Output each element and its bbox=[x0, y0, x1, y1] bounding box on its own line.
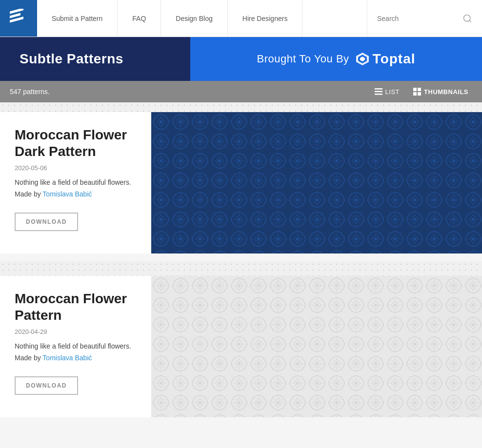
svg-rect-10 bbox=[375, 94, 382, 95]
pattern-count: 547 patterns. bbox=[10, 88, 50, 96]
svg-rect-14 bbox=[418, 92, 421, 96]
hero-left: Subtle Patterns bbox=[0, 37, 190, 81]
thumbnails-icon bbox=[413, 88, 421, 96]
navigation: Submit a Pattern FAQ Design Blog Hire De… bbox=[0, 0, 482, 37]
svg-rect-11 bbox=[413, 88, 417, 91]
pattern-svg-dark bbox=[151, 112, 482, 253]
list-icon bbox=[375, 88, 382, 96]
pattern-author-2: Made by Tomislava Babić bbox=[15, 354, 137, 362]
logo[interactable] bbox=[0, 0, 37, 37]
nav-blog[interactable]: Design Blog bbox=[161, 0, 228, 37]
pattern-svg-light: 技攻兔 bbox=[151, 276, 482, 417]
download-button-2[interactable]: DOWNLOAD bbox=[15, 376, 78, 395]
author-link-1[interactable]: Tomislava Babić bbox=[42, 190, 92, 198]
svg-rect-9 bbox=[375, 91, 382, 93]
search-icon bbox=[462, 14, 472, 23]
list-label: LIST bbox=[385, 88, 400, 96]
pattern-desc-1: Nothing like a field of beautiful flower… bbox=[15, 178, 137, 186]
pattern-author-1: Made by Tomislava Babić bbox=[15, 190, 137, 198]
pattern-date-2: 2020-04-29 bbox=[15, 328, 137, 335]
svg-point-3 bbox=[464, 15, 470, 21]
toolbar: 547 patterns. LIST THUMBNAILS bbox=[0, 81, 482, 102]
svg-line-4 bbox=[469, 20, 471, 22]
author-link-2[interactable]: Tomislava Babić bbox=[42, 354, 92, 362]
download-button-1[interactable]: DOWNLOAD bbox=[15, 213, 78, 231]
nav-faq[interactable]: FAQ bbox=[118, 0, 161, 37]
list-view-button[interactable]: LIST bbox=[371, 86, 403, 97]
thumbnails-view-button[interactable]: THUMBNAILS bbox=[409, 86, 472, 97]
toptal-name: Toptal bbox=[373, 51, 416, 67]
pattern-item-2: Moroccan Flower Pattern 2020-04-29 Nothi… bbox=[0, 276, 482, 417]
nav-submit[interactable]: Submit a Pattern bbox=[37, 0, 118, 37]
svg-rect-1 bbox=[10, 13, 20, 18]
svg-rect-13 bbox=[413, 92, 417, 96]
toptal-logo[interactable]: Toptal bbox=[355, 51, 416, 67]
svg-rect-35 bbox=[151, 112, 482, 253]
pattern-desc-2: Nothing like a field of beautiful flower… bbox=[15, 342, 137, 350]
svg-rect-44 bbox=[151, 276, 482, 417]
hero-right: Brought To You By Toptal bbox=[190, 37, 482, 81]
pattern-preview-1 bbox=[151, 112, 482, 253]
pattern-info-1: Moroccan Flower Dark Pattern 2020-05-06 … bbox=[0, 112, 151, 253]
pattern-title-2: Moroccan Flower Pattern bbox=[15, 291, 137, 323]
pattern-date-1: 2020-05-06 bbox=[15, 164, 137, 172]
nav-hire[interactable]: Hire Designers bbox=[228, 0, 303, 37]
svg-rect-0 bbox=[10, 9, 23, 14]
search-input[interactable] bbox=[377, 15, 462, 22]
hero-banner: Subtle Patterns Brought To You By Toptal bbox=[0, 37, 482, 81]
search-bar[interactable] bbox=[367, 0, 482, 37]
pattern-item: Moroccan Flower Dark Pattern 2020-05-06 … bbox=[0, 112, 482, 253]
svg-rect-8 bbox=[375, 88, 382, 90]
pattern-info-2: Moroccan Flower Pattern 2020-04-29 Nothi… bbox=[0, 276, 151, 417]
brought-by-text: Brought To You By bbox=[257, 53, 349, 65]
svg-rect-12 bbox=[418, 88, 421, 91]
pattern-title-1: Moroccan Flower Dark Pattern bbox=[15, 127, 137, 159]
nav-links: Submit a Pattern FAQ Design Blog Hire De… bbox=[37, 0, 367, 37]
spacer-middle bbox=[0, 261, 482, 276]
thumbnails-label: THUMBNAILS bbox=[424, 88, 468, 96]
view-toggles: LIST THUMBNAILS bbox=[371, 86, 472, 97]
spacer-top bbox=[0, 102, 482, 112]
site-title: Subtle Patterns bbox=[20, 51, 123, 67]
pattern-preview-2: 技攻兔 bbox=[151, 276, 482, 417]
